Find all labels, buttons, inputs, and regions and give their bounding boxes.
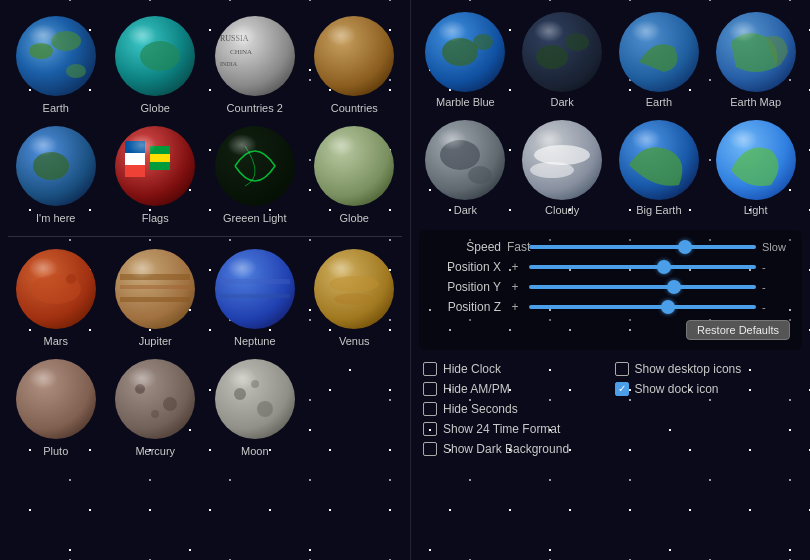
checkbox-row-show-dark[interactable]: Show Dark Background [423,442,607,456]
checkbox-show-desktop[interactable] [615,362,629,376]
pos-y-minus: - [762,281,790,293]
planet-label: Greeen Light [223,212,287,224]
planet-item[interactable]: Venus [307,245,403,351]
checkbox-row-hide-clock[interactable]: Hide Clock [423,362,607,376]
planet-grid-left: Mars Jupiter Neptune Venus Pluto Mercury… [8,245,402,461]
earth-grid-left: Earth Globe Countries 2 Countries I'm he… [8,12,402,228]
earth-sphere [425,120,505,200]
right-panel: Marble Blue Dark Earth Earth Map Dark Cl… [410,0,810,560]
earth-label: Dark [551,96,574,108]
checkbox-hide-seconds[interactable] [423,402,437,416]
planet-sphere [314,249,394,329]
planet-label: Earth [43,102,69,114]
planet-sphere [215,359,295,439]
planet-sphere [16,126,96,206]
earth-variant-item[interactable]: Light [709,116,802,220]
checkbox-col-right: Show desktop icons Show dock icon [615,362,799,456]
planet-label: Globe [340,212,369,224]
earth-variant-item[interactable]: Cloudy [516,116,609,220]
earth-variant-item[interactable]: Dark [419,116,512,220]
main-layout: Earth Globe Countries 2 Countries I'm he… [0,0,810,560]
pos-x-slider[interactable] [529,265,756,269]
planet-item[interactable]: Moon [207,355,303,461]
planet-sphere [215,249,295,329]
speed-slider[interactable] [529,245,756,249]
checkbox-row-hide-seconds[interactable]: Hide Seconds [423,402,607,416]
planet-item[interactable]: Earth [8,12,104,118]
speed-slow-label: Slow [762,241,790,253]
earth-variant-item[interactable]: Earth [613,8,706,112]
restore-btn-row: Restore Defaults [431,320,790,340]
earth-variant-item[interactable]: Dark [516,8,609,112]
checkbox-row-show-24[interactable]: Show 24 Time Format [423,422,607,436]
checkbox-row-show-dock[interactable]: Show dock icon [615,382,799,396]
planet-item[interactable]: Pluto [8,355,104,461]
checkboxes-section: Hide Clock Hide AM/PM Hide Seconds Show … [419,356,802,462]
earth-variant-item[interactable]: Big Earth [613,116,706,220]
checkbox-show-dock[interactable] [615,382,629,396]
planet-label: Countries 2 [227,102,283,114]
earth-label: Marble Blue [436,96,495,108]
planet-sphere [314,126,394,206]
planet-item[interactable]: Greeen Light [207,122,303,228]
earth-variant-item[interactable]: Marble Blue [419,8,512,112]
planet-label: Venus [339,335,370,347]
checkbox-label-hide-clock: Hide Clock [443,362,501,376]
checkbox-label-show-desktop: Show desktop icons [635,362,742,376]
planet-label: Moon [241,445,269,457]
planet-label: Globe [141,102,170,114]
planet-item[interactable]: Flags [108,122,204,228]
checkbox-show-dark[interactable] [423,442,437,456]
checkbox-hide-clock[interactable] [423,362,437,376]
planet-item[interactable]: Jupiter [108,245,204,351]
pos-z-plus: + [507,300,523,314]
pos-y-slider[interactable] [529,285,756,289]
earth-sphere [716,120,796,200]
checkbox-row-hide-ampm[interactable]: Hide AM/PM [423,382,607,396]
planet-label: Flags [142,212,169,224]
earth-label: Dark [454,204,477,216]
earth-sphere [522,120,602,200]
speed-label: Speed [431,240,501,254]
pos-x-minus: - [762,261,790,273]
planet-label: Countries [331,102,378,114]
planet-item[interactable]: Countries 2 [207,12,303,118]
earth-sphere [619,120,699,200]
checkbox-label-show-dock: Show dock icon [635,382,719,396]
pos-z-row: Position Z + - [431,300,790,314]
pos-z-label: Position Z [431,300,501,314]
planet-sphere [215,126,295,206]
restore-defaults-button[interactable]: Restore Defaults [686,320,790,340]
earth-variant-item[interactable]: Earth Map [709,8,802,112]
planet-sphere [115,359,195,439]
planet-item[interactable]: Globe [108,12,204,118]
planet-label: Mercury [135,445,175,457]
planet-sphere [16,249,96,329]
planet-item[interactable]: I'm here [8,122,104,228]
pos-y-label: Position Y [431,280,501,294]
planet-item[interactable]: Neptune [207,245,303,351]
pos-x-label: Position X [431,260,501,274]
pos-z-minus: - [762,301,790,313]
earth-sphere [716,12,796,92]
planet-sphere [215,16,295,96]
checkbox-hide-ampm[interactable] [423,382,437,396]
planet-item[interactable]: Countries [307,12,403,118]
planet-label: Pluto [43,445,68,457]
planet-sphere [115,16,195,96]
checkbox-row-show-desktop[interactable]: Show desktop icons [615,362,799,376]
planet-item[interactable]: Mars [8,245,104,351]
planet-item[interactable]: Mercury [108,355,204,461]
planet-label: I'm here [36,212,75,224]
pos-z-slider[interactable] [529,305,756,309]
checkbox-show-24[interactable] [423,422,437,436]
controls-section: Speed Fast Slow Position X + - Position … [419,230,802,350]
planet-label: Jupiter [139,335,172,347]
earth-label: Cloudy [545,204,579,216]
planet-item[interactable]: Globe [307,122,403,228]
earth-label: Light [744,204,768,216]
earth-sphere [522,12,602,92]
planet-label: Mars [44,335,68,347]
earth-sphere [619,12,699,92]
pos-x-plus: + [507,260,523,274]
